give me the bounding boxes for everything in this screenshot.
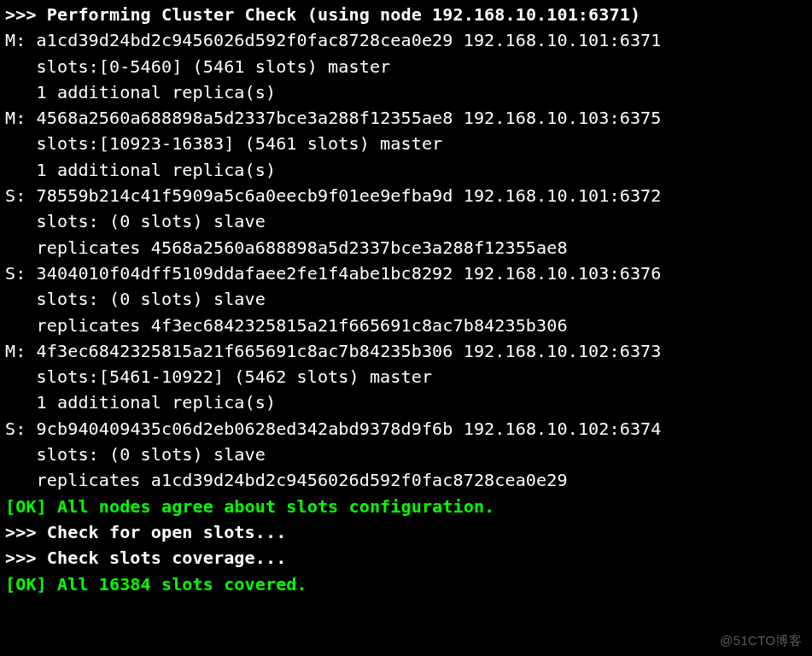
node-line-role: M:	[5, 108, 26, 128]
node-line-role: S:	[5, 419, 26, 439]
node-extra-line: replicates 4568a2560a688898a5d2337bce3a2…	[5, 237, 568, 258]
node-addr: 192.168.10.101:6371	[464, 30, 662, 50]
node-slots-line: slots:[0-5460] (5461 slots) master	[5, 56, 390, 77]
node-extra-line: 1 additional replica(s)	[5, 82, 276, 102]
node-line-role: M:	[5, 30, 26, 50]
node-addr: 192.168.10.101:6372	[464, 185, 662, 206]
node-addr: 192.168.10.102:6374	[464, 419, 662, 439]
node-addr: 192.168.10.103:6376	[464, 263, 662, 284]
node-slots-line: slots: (0 slots) slave	[5, 211, 266, 231]
node-extra-line: 1 additional replica(s)	[5, 392, 276, 413]
node-line-role: S:	[5, 263, 26, 284]
watermark-label: @51CTO博客	[720, 633, 802, 649]
header-after: )	[630, 4, 640, 25]
node-line-role: M:	[5, 341, 26, 361]
ok-line-nodes-agree: [OK] All nodes agree about slots configu…	[5, 496, 494, 517]
check-slots-coverage-line: >>> Check slots coverage...	[5, 548, 286, 568]
node-id: 4f3ec6842325815a21f665691c8ac7b84235b306	[37, 341, 453, 361]
node-addr: 192.168.10.102:6373	[464, 341, 662, 361]
node-addr: 192.168.10.103:6375	[464, 108, 662, 128]
node-id: 9cb940409435c06d2eb0628ed342abd9378d9f6b	[37, 419, 453, 439]
node-extra-line: replicates a1cd39d24bd2c9456026d592f0fac…	[5, 470, 568, 490]
node-id: 3404010f04dff5109ddafaee2fe1f4abe1bc8292	[37, 263, 453, 284]
node-line-role: S:	[5, 185, 26, 206]
node-extra-line: replicates 4f3ec6842325815a21f665691c8ac…	[5, 315, 568, 336]
node-slots-line: slots: (0 slots) slave	[5, 444, 266, 465]
prompt-marker: >>>	[5, 4, 47, 25]
ok-line-slots-covered: [OK] All 16384 slots covered.	[5, 574, 307, 594]
header-line: >>> Performing Cluster Check (using node…	[5, 4, 640, 25]
node-slots-line: slots: (0 slots) slave	[5, 289, 266, 309]
check-open-slots-line: >>> Check for open slots...	[5, 522, 286, 542]
header-before: Performing Cluster Check (using node	[47, 4, 432, 25]
header-node: 192.168.10.101:6371	[432, 4, 630, 25]
node-id: 78559b214c41f5909a5c6a0eecb9f01ee9efba9d	[37, 185, 453, 206]
node-slots-line: slots:[5461-10922] (5462 slots) master	[5, 366, 432, 387]
terminal-output: >>> Performing Cluster Check (using node…	[0, 0, 812, 597]
node-extra-line: 1 additional replica(s)	[5, 160, 276, 180]
node-slots-line: slots:[10923-16383] (5461 slots) master	[5, 133, 442, 154]
node-id: 4568a2560a688898a5d2337bce3a288f12355ae8	[37, 108, 453, 128]
node-id: a1cd39d24bd2c9456026d592f0fac8728cea0e29	[37, 30, 453, 50]
